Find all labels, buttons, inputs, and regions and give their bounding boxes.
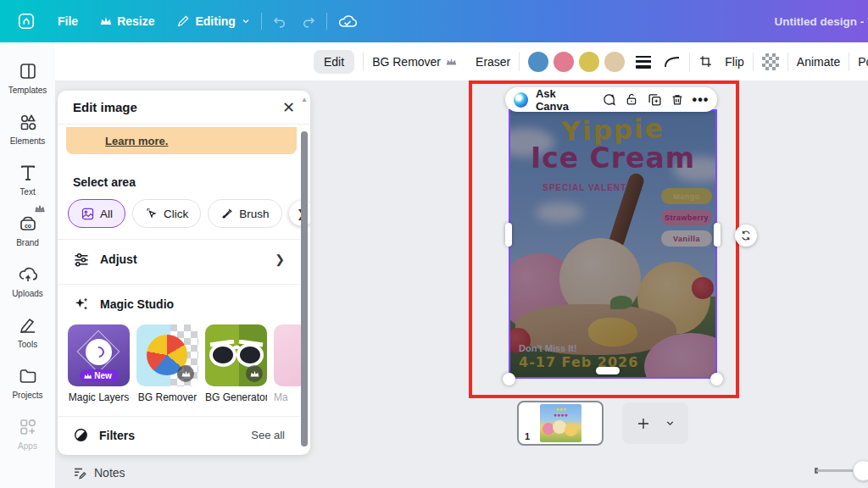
notes-icon — [72, 465, 87, 480]
comment-plus-icon — [602, 92, 616, 107]
sidebar-item-projects[interactable]: Projects — [3, 366, 53, 400]
filters-icon — [73, 427, 89, 443]
resize-button[interactable]: Resize — [100, 14, 154, 28]
context-toolbar: Edit BG Remover Eraser Flip Animate Po — [55, 42, 868, 80]
select-area-click-button[interactable]: Click — [132, 199, 201, 228]
plus-icon — [636, 416, 651, 431]
sidebar-item-elements[interactable]: Elements — [3, 112, 53, 146]
bg-generator-thumbnail — [205, 324, 267, 386]
sidebar-item-tools[interactable]: Tools — [3, 315, 53, 349]
delete-button[interactable] — [670, 92, 685, 107]
flip-button[interactable]: Flip — [725, 55, 744, 69]
close-icon[interactable]: ✕ — [282, 100, 295, 115]
sidebar-item-text[interactable]: Text — [3, 163, 53, 197]
tool-bg-remover[interactable]: BG Remover — [136, 324, 198, 403]
home-button[interactable] — [17, 12, 36, 30]
notes-button[interactable]: Notes — [72, 465, 125, 480]
panel-scrollbar[interactable]: ▲ — [301, 94, 308, 452]
color-swatch-blue[interactable] — [528, 52, 548, 72]
cloud-check-icon — [337, 13, 358, 30]
filters-row[interactable]: Filters See all — [58, 416, 300, 453]
sidebar-item-uploads[interactable]: Uploads — [3, 264, 53, 298]
sidebar-item-brand[interactable]: co Brand — [3, 214, 53, 247]
curve-button[interactable] — [664, 55, 681, 69]
color-swatch-yellow[interactable] — [579, 52, 599, 72]
edit-tab[interactable]: Edit — [314, 50, 354, 74]
select-area-options: All Click Brush ❯ — [68, 199, 310, 228]
color-swatch-pink[interactable] — [554, 52, 574, 72]
rotate-handle[interactable] — [735, 225, 757, 247]
poster-image[interactable]: Yippie Ice Cream SPECIAL VALENTINE 10K M… — [509, 109, 717, 379]
eraser-button[interactable]: Eraser — [476, 55, 510, 69]
brush-icon — [220, 207, 234, 220]
chevron-down-icon — [241, 16, 251, 26]
sidebar-item-templates[interactable]: Templates — [3, 61, 53, 95]
divider — [689, 53, 690, 71]
templates-icon — [18, 61, 38, 81]
crop-button[interactable] — [698, 54, 713, 69]
new-badge: New — [79, 369, 119, 382]
tool-magic-layers[interactable]: New Magic Layers — [68, 324, 130, 403]
zoom-slider-handle[interactable] — [853, 460, 868, 481]
resize-handle-bottom-left[interactable] — [503, 373, 515, 385]
svg-text:co: co — [24, 223, 31, 229]
see-all-link[interactable]: See all — [251, 429, 285, 441]
curve-icon — [664, 55, 681, 69]
bg-remover-thumbnail — [136, 324, 198, 386]
divider — [849, 53, 849, 71]
resize-handle-bottom[interactable] — [596, 367, 620, 374]
scroll-up-arrow-icon[interactable]: ▲ — [301, 96, 308, 103]
resize-handle-left[interactable] — [505, 223, 512, 247]
ask-canva-toolbar: Ask Canva ••• — [505, 87, 717, 112]
document-title[interactable]: Untitled design - 73 — [774, 15, 868, 28]
adjust-row[interactable]: Adjust ❯ — [58, 239, 300, 278]
chevron-right-icon: ❯ — [275, 252, 285, 266]
panel-header: Edit image ✕ — [58, 91, 310, 125]
line-weight-icon — [635, 55, 652, 69]
magic-layers-thumbnail: New — [68, 324, 130, 386]
notice-banner: Learn more. — [66, 127, 297, 154]
select-area-brush-button[interactable]: Brush — [208, 199, 281, 228]
resize-handle-right[interactable] — [714, 223, 721, 247]
sidebar-item-apps[interactable]: Apps — [3, 417, 53, 451]
apps-grid-icon — [18, 417, 38, 437]
position-button[interactable]: Po — [858, 55, 868, 69]
cloud-save-status[interactable] — [337, 13, 358, 30]
stroke-weight-button[interactable] — [635, 55, 652, 69]
file-menu[interactable]: File — [58, 14, 78, 28]
resize-handle-bottom-right[interactable] — [710, 373, 723, 385]
color-swatch-tan[interactable] — [604, 52, 625, 72]
comment-button[interactable] — [602, 92, 617, 107]
top-bar: File Resize Editing Untitled design - 73 — [0, 0, 868, 42]
tool-bg-generator[interactable]: BG Generator — [205, 324, 267, 403]
left-sidebar: Templates Elements Text co Brand Uploads… — [0, 42, 55, 488]
more-options-button[interactable]: ••• — [693, 92, 709, 108]
canva-ai-icon — [514, 92, 528, 108]
select-area-all-button[interactable]: All — [68, 199, 125, 228]
page-1-thumbnail[interactable]: ●●● ●●●● 1 — [517, 401, 604, 446]
add-page-button[interactable] — [622, 402, 688, 444]
crown-icon — [250, 370, 259, 378]
duplicate-plus-icon — [648, 92, 662, 107]
redo-icon — [301, 14, 316, 29]
ask-canva-button[interactable]: Ask Canva — [536, 87, 589, 113]
lock-button[interactable] — [624, 92, 639, 107]
divider — [519, 53, 520, 71]
redo-button[interactable] — [301, 14, 316, 29]
folder-icon — [18, 366, 38, 386]
duplicate-button[interactable] — [647, 92, 662, 107]
pencil-icon — [176, 14, 190, 28]
magic-sparkle-icon — [73, 296, 90, 313]
transparency-button[interactable] — [762, 53, 779, 70]
divider — [261, 13, 262, 30]
animate-button[interactable]: Animate — [797, 55, 840, 69]
page-thumbnail-preview: ●●● ●●●● — [540, 404, 581, 442]
undo-button[interactable] — [272, 14, 287, 29]
editing-mode-dropdown[interactable]: Editing — [176, 14, 250, 28]
click-cursor-icon — [145, 207, 159, 220]
tools-pen-icon — [18, 315, 38, 336]
scrollbar-thumb[interactable] — [301, 131, 308, 446]
bg-remover-button[interactable]: BG Remover — [372, 55, 457, 69]
learn-more-link[interactable]: Learn more. — [105, 135, 168, 147]
page-number: 1 — [523, 431, 531, 441]
